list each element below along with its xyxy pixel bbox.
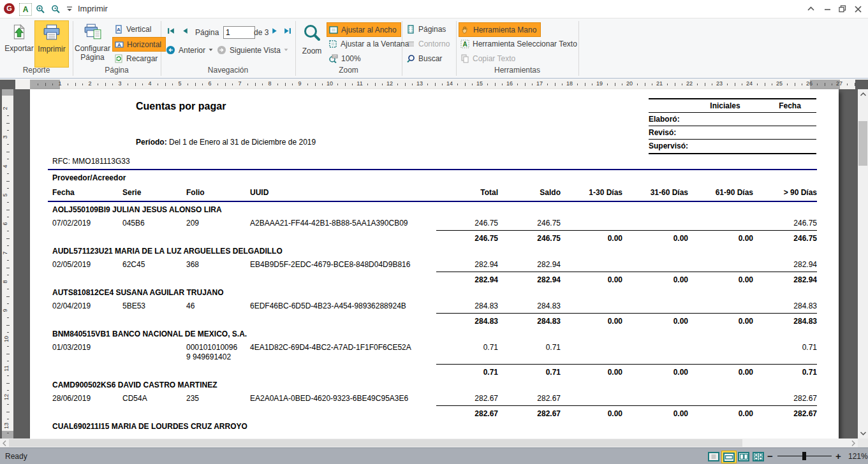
ruler-margin-block xyxy=(2,431,13,439)
previous-view-button[interactable]: Anterior xyxy=(166,45,213,55)
detail-row: 07/02/2019045B6209A2BAAA21-FF44-42B1-8B8… xyxy=(48,219,817,228)
group-header: CAMD900502KS6 DAVID CASTRO MARTINEZ xyxy=(48,381,817,390)
export-button[interactable]: Exportar xyxy=(4,20,34,66)
report-table-body: AOLJ550109BI9 JULIAN JESUS ALONSO LIRA07… xyxy=(48,205,817,431)
zoom-in-quick-icon[interactable] xyxy=(34,3,46,15)
hand-tool-button[interactable]: Herramienta Mano xyxy=(459,22,541,37)
app-logo-icon: G xyxy=(4,3,15,14)
group-header: AUDL571123U21 MARIA DE LA LUZ ARGUELLES … xyxy=(48,247,817,256)
totals-row: 282.94282.940.000.000.00282.94 xyxy=(48,272,817,285)
pages-view-button[interactable]: Páginas xyxy=(404,22,450,36)
scroll-right-icon[interactable] xyxy=(849,439,858,447)
select-text-quick-icon[interactable]: A xyxy=(19,3,32,16)
orientation-vertical-button[interactable]: A Vertical xyxy=(112,22,155,36)
group-label-reporte: Reporte xyxy=(0,66,73,75)
quick-access-dropdown-icon[interactable] xyxy=(65,3,74,15)
orientation-horizontal-button[interactable]: A Horizontal xyxy=(112,37,166,52)
page-count-label: de 3 xyxy=(254,28,268,37)
fit-width-button[interactable]: Ajustar al Ancho xyxy=(327,22,401,37)
previous-page-button[interactable] xyxy=(181,27,189,35)
detail-row: 02/05/201962C45368EB4B9D5F-2EDC-4679-BCE… xyxy=(48,260,817,270)
totals-row: 0.710.710.000.000.000.71 xyxy=(48,365,817,377)
outline-button[interactable]: Contorno xyxy=(404,37,453,50)
ribbon: Exportar Imprimir Reporte Configurar Pág… xyxy=(0,18,868,79)
header-divider xyxy=(48,201,817,202)
magnifier-icon xyxy=(302,24,321,45)
group-header: AOLJ550109BI9 JULIAN JESUS ALONSO LIRA xyxy=(48,205,817,215)
export-icon xyxy=(11,24,27,42)
ruler-margin-block xyxy=(2,89,13,96)
group-label-navegacion: Navegación xyxy=(161,66,295,75)
select-text-icon: A xyxy=(460,40,469,48)
search-icon xyxy=(406,54,415,63)
svg-text:A: A xyxy=(462,41,467,48)
last-page-button[interactable] xyxy=(283,27,291,35)
horizontal-ruler: 1234567891011121314151617181920212223242… xyxy=(15,80,855,89)
section-header: Proveedor/Acreedor xyxy=(48,173,817,183)
zoom-percentage: 121% xyxy=(848,452,868,461)
refresh-icon xyxy=(114,54,123,63)
horizontal-scrollbar[interactable] xyxy=(0,439,858,447)
search-button[interactable]: Buscar xyxy=(404,52,446,65)
svg-text:100: 100 xyxy=(333,55,338,58)
fit-width-icon xyxy=(329,25,338,34)
zoom-button[interactable]: Zoom xyxy=(298,20,325,66)
zoom-100-button[interactable]: 100 100% xyxy=(327,52,365,65)
vertical-scroll-thumb[interactable] xyxy=(858,121,867,166)
first-page-button[interactable] xyxy=(167,27,175,35)
signoff-row-reviso: Revisó: xyxy=(649,126,816,140)
portrait-page-icon: A xyxy=(114,25,123,34)
scrollbar-corner xyxy=(858,439,868,447)
zoom-100-icon: 100 xyxy=(328,54,338,63)
chevron-down-icon xyxy=(284,48,288,52)
pages-icon xyxy=(406,25,415,34)
next-view-button[interactable]: Siguiente Vista xyxy=(217,45,288,55)
print-button[interactable]: Imprimir xyxy=(34,20,69,68)
zoom-in-button[interactable]: + xyxy=(835,451,841,461)
hand-icon xyxy=(461,25,470,34)
signoff-row-elaboro: Elaboró: xyxy=(649,113,816,126)
report-page: Cuentas por pagar Período: Del 1 de Ener… xyxy=(30,89,839,439)
report-title: Cuentas por pagar xyxy=(136,101,226,112)
collapse-ribbon-button[interactable] xyxy=(802,3,819,15)
page-number-input[interactable] xyxy=(223,26,255,39)
zoom-out-button[interactable]: − xyxy=(767,451,773,461)
restore-button[interactable] xyxy=(834,3,851,15)
two-page-view-button[interactable] xyxy=(737,451,751,462)
page-setup-button[interactable]: Configurar Página xyxy=(75,20,110,66)
svg-text:A: A xyxy=(117,27,121,33)
minimize-button[interactable] xyxy=(819,3,835,15)
single-page-view-button[interactable] xyxy=(707,451,721,462)
page-label: Página xyxy=(195,28,219,37)
title-bar: G A Imprimir xyxy=(0,0,868,18)
status-bar: Ready − + 121% xyxy=(0,447,868,464)
group-header: CUAL690211I15 MARIA DE LOURDES CRUZ ARRO… xyxy=(48,422,817,431)
copy-text-button[interactable]: Copiar Texto xyxy=(459,52,519,65)
vertical-scrollbar[interactable] xyxy=(858,89,868,439)
scroll-up-icon[interactable] xyxy=(858,89,868,99)
close-button[interactable] xyxy=(850,3,866,15)
fit-width-view-button[interactable] xyxy=(721,451,737,463)
printer-icon xyxy=(43,24,61,43)
report-rfc: RFC: MMO181113G33 xyxy=(52,157,130,166)
horizontal-scroll-thumb[interactable] xyxy=(9,439,742,447)
page-setup-icon xyxy=(84,24,101,42)
zoom-slider-thumb[interactable] xyxy=(802,452,806,460)
detail-row: 28/06/2019CD54A235EA2A0A1A-0BED-4620-932… xyxy=(48,394,817,403)
signoff-header: Iniciales Fecha xyxy=(649,99,816,113)
multi-page-view-button[interactable] xyxy=(751,451,765,462)
report-period: Período: Del 1 de Enero al 31 de Diciemb… xyxy=(136,138,316,147)
reload-button[interactable]: Recargar xyxy=(112,52,161,65)
scroll-left-icon[interactable] xyxy=(0,439,9,447)
next-page-button[interactable] xyxy=(270,27,279,35)
fit-window-button[interactable]: Ajustar a la Ventana xyxy=(327,37,413,50)
signoff-col-iniciales: Iniciales xyxy=(687,101,763,110)
group-header: AUTS810812CE4 SUSANA AGUILAR TRUJANO xyxy=(48,288,817,298)
select-text-tool-button[interactable]: A Herramienta Seleccionar Texto xyxy=(459,37,581,50)
totals-row: 282.67282.670.000.000.00282.67 xyxy=(48,406,817,419)
signoff-row-superviso: Supervisó: xyxy=(649,140,816,154)
scroll-down-icon[interactable] xyxy=(858,428,868,439)
zoom-previous-quick-icon[interactable] xyxy=(50,3,61,15)
group-label-pagina: Página xyxy=(73,66,161,75)
svg-text:A: A xyxy=(117,41,121,47)
